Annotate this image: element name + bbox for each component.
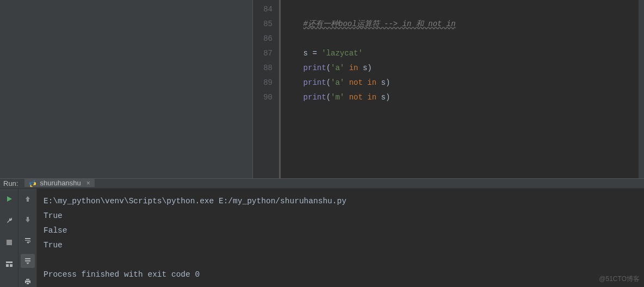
svg-rect-0 [7, 240, 12, 245]
code-line[interactable] [285, 32, 644, 46]
line-number: 89 [253, 76, 273, 90]
line-number: 90 [253, 90, 273, 105]
down-arrow-icon[interactable] [21, 213, 35, 227]
run-tab[interactable]: shuruhanshu × [24, 179, 94, 188]
line-number: 86 [253, 32, 273, 46]
code-pane: 84858687888990 #还有一种bool运算符 --> in 和 not… [253, 0, 644, 178]
python-icon [29, 179, 36, 187]
run-tab-name: shuruhanshu [40, 179, 81, 187]
project-pane [0, 0, 253, 178]
code-line[interactable]: s = 'lazycat' [285, 46, 644, 61]
code-line[interactable]: print('m' not in s) [285, 90, 644, 105]
code-line[interactable] [285, 2, 644, 17]
layout-button[interactable] [2, 257, 16, 271]
line-number: 84 [253, 2, 273, 17]
wrench-button[interactable] [2, 214, 16, 228]
run-panel: Run: shuruhanshu × [0, 178, 644, 287]
line-number: 85 [253, 17, 273, 32]
run-label: Run: [0, 179, 24, 188]
run-header: Run: shuruhanshu × [0, 179, 644, 189]
rerun-button[interactable] [2, 192, 16, 206]
run-body: E:\my_python\venv\Scripts\python.exe E:/… [0, 189, 644, 287]
line-number: 88 [253, 61, 273, 76]
stop-button[interactable] [2, 235, 16, 249]
close-icon[interactable]: × [86, 179, 90, 187]
run-toolbar-primary [0, 189, 18, 287]
editor-scrollbar[interactable] [639, 0, 644, 178]
print-button[interactable] [21, 274, 35, 287]
code-line[interactable]: print('a' in s) [285, 61, 644, 76]
line-number: 87 [253, 46, 273, 61]
scroll-to-end-button[interactable] [21, 254, 35, 268]
console-output[interactable]: E:\my_python\venv\Scripts\python.exe E:/… [37, 189, 644, 287]
code-line[interactable]: #还有一种bool运算符 --> in 和 not in [285, 17, 644, 32]
run-toolbar-secondary [18, 189, 37, 287]
code-line[interactable]: print('a' not in s) [285, 76, 644, 90]
code-editor[interactable]: #还有一种bool运算符 --> in 和 not in s = 'lazyca… [279, 0, 644, 178]
line-gutter: 84858687888990 [253, 0, 279, 178]
watermark: @51CTO博客 [599, 274, 640, 284]
editor-area: 84858687888990 #还有一种bool运算符 --> in 和 not… [0, 0, 644, 178]
soft-wrap-button[interactable] [21, 233, 35, 247]
up-arrow-icon[interactable] [21, 192, 35, 206]
